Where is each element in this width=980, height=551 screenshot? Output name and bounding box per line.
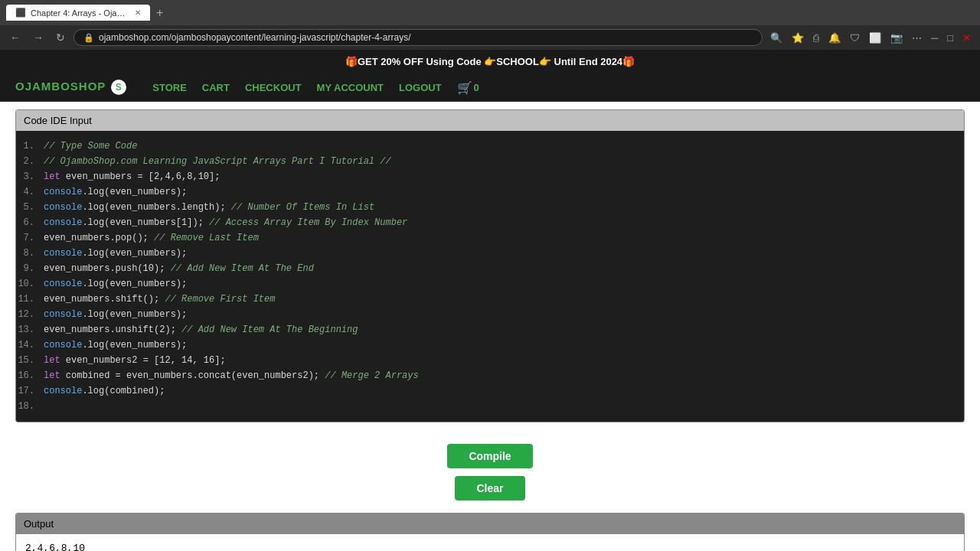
lock-icon: 🔒 <box>83 33 94 43</box>
minimize-button[interactable]: ─ <box>928 31 941 45</box>
code-ide-header: Code IDE Input <box>16 110 964 131</box>
active-tab[interactable]: ⬛ Chapter 4: Arrays - Ojambo... ✕ <box>6 5 150 21</box>
url-display: ojamboshop.com/ojamboshopaycontent/learn… <box>99 32 753 43</box>
tab-title: Chapter 4: Arrays - Ojambo... <box>31 8 130 18</box>
line-code-8: console.log(even_numbers); <box>44 246 187 260</box>
line-num-8: 8. <box>16 246 44 260</box>
line-num-2: 2. <box>16 155 44 168</box>
address-bar[interactable]: 🔒 ojamboshop.com/ojamboshopaycontent/lea… <box>74 29 763 46</box>
line-num-4: 4. <box>16 185 44 199</box>
line-code-12: console.log(even_numbers); <box>44 308 187 321</box>
line-num-10: 10. <box>16 277 44 291</box>
browser-action-buttons: 🔍 ⭐ ⎙ 🔔 🛡 ⬜ 📷 ⋯ ─ □ ✕ <box>767 31 974 45</box>
promo-bar: 🎁GET 20% OFF Using Code 👉SCHOOL👉 Until E… <box>0 50 980 73</box>
forward-button[interactable]: → <box>29 30 47 45</box>
tab-close-icon[interactable]: ✕ <box>135 8 141 17</box>
new-tab-button[interactable]: + <box>156 6 163 20</box>
line-num-5: 5. <box>16 201 44 214</box>
line-code-9: even_numbers.push(10); // Add New Item A… <box>44 262 314 276</box>
browser-tab-bar: ⬛ Chapter 4: Arrays - Ojambo... ✕ + <box>0 0 980 25</box>
line-num-15: 15. <box>16 354 44 367</box>
code-line-7: 7. even_numbers.pop(); // Remove Last It… <box>16 230 964 246</box>
output-body: 2,4,6,8,10 5 4 2,4,6,8,10 2,4,6,8,10 2,4… <box>16 534 964 551</box>
bookmark-icon[interactable]: ⭐ <box>789 31 807 45</box>
code-line-17: 17. console.log(combined); <box>16 383 964 399</box>
my-account-link[interactable]: MY ACCOUNT <box>317 82 384 93</box>
buttons-area: Compile Clear <box>15 432 965 513</box>
code-line-12: 12. console.log(even_numbers); <box>16 307 964 322</box>
code-line-18: 18. <box>16 399 964 414</box>
line-code-11: even_numbers.shift(); // Remove First It… <box>44 292 275 306</box>
line-code-7: even_numbers.pop(); // Remove Last Item <box>44 231 259 245</box>
line-num-17: 17. <box>16 384 44 398</box>
output-section: Output 2,4,6,8,10 5 4 2,4,6,8,10 2,4,6,8… <box>15 513 965 551</box>
line-code-13: even_numbers.unshift(2); // Add New Item… <box>44 323 358 337</box>
maximize-button[interactable]: □ <box>944 31 956 45</box>
checkout-link[interactable]: CHECKOUT <box>245 82 302 93</box>
line-num-14: 14. <box>16 338 44 352</box>
brand-logo[interactable]: OJAMBOSHOP S <box>15 80 126 95</box>
compile-button[interactable]: Compile <box>447 444 532 468</box>
more-icon[interactable]: ⋯ <box>909 31 925 45</box>
browser-nav-bar: ← → ↻ 🔒 ojamboshop.com/ojamboshopayconte… <box>0 25 980 50</box>
line-num-13: 13. <box>16 323 44 337</box>
line-num-12: 12. <box>16 308 44 321</box>
cart-icon-widget[interactable]: 🛒 0 <box>457 80 479 95</box>
code-line-3: 3. let even_numbers = [2,4,6,8,10]; <box>16 169 964 184</box>
code-line-1: 1. // Type Some Code <box>16 139 964 154</box>
clear-button[interactable]: Clear <box>455 476 524 500</box>
line-code-3: let even_numbers = [2,4,6,8,10]; <box>44 170 220 184</box>
line-num-1: 1. <box>16 139 44 153</box>
refresh-button[interactable]: ↻ <box>52 30 69 45</box>
code-ide-body[interactable]: 1. // Type Some Code 2. // OjamboShop.co… <box>16 131 964 422</box>
code-line-13: 13. even_numbers.unshift(2); // Add New … <box>16 322 964 337</box>
line-code-14: console.log(even_numbers); <box>44 338 187 352</box>
code-ide: Code IDE Input 1. // Type Some Code 2. /… <box>15 109 965 422</box>
cart-count: 0 <box>474 82 479 93</box>
extension-icon[interactable]: 🔔 <box>825 31 844 45</box>
navbar-links: STORE CART CHECKOUT MY ACCOUNT LOGOUT 🛒 … <box>152 80 479 95</box>
line-num-18: 18. <box>16 399 44 413</box>
line-code-4: console.log(even_numbers); <box>44 185 187 199</box>
line-num-16: 16. <box>16 369 44 383</box>
screenshot-icon[interactable]: 📷 <box>887 31 906 45</box>
share-icon[interactable]: ⎙ <box>810 31 822 45</box>
line-code-15: let even_numbers2 = [12, 14, 16]; <box>44 354 226 367</box>
line-num-3: 3. <box>16 170 44 184</box>
line-code-16: let combined = even_numbers.concat(even_… <box>44 369 419 383</box>
line-code-2: // OjamboShop.com Learning JavaScript Ar… <box>44 155 391 168</box>
navbar: OJAMBOSHOP S STORE CART CHECKOUT MY ACCO… <box>0 73 980 102</box>
code-line-16: 16. let combined = even_numbers.concat(e… <box>16 368 964 383</box>
line-num-7: 7. <box>16 231 44 245</box>
logout-link[interactable]: LOGOUT <box>399 82 442 93</box>
code-line-10: 10. console.log(even_numbers); <box>16 276 964 292</box>
back-button[interactable]: ← <box>6 30 24 45</box>
search-icon[interactable]: 🔍 <box>767 31 786 45</box>
extension2-icon[interactable]: 🛡 <box>847 31 863 45</box>
code-line-6: 6. console.log(even_numbers[1]); // Acce… <box>16 215 964 230</box>
sidebar-icon[interactable]: ⬜ <box>866 31 884 45</box>
code-line-11: 11. even_numbers.shift(); // Remove Firs… <box>16 292 964 307</box>
line-code-6: console.log(even_numbers[1]); // Access … <box>44 216 407 230</box>
cart-link[interactable]: CART <box>202 82 230 93</box>
line-code-17: console.log(combined); <box>44 384 165 398</box>
line-code-1: // Type Some Code <box>44 139 137 153</box>
code-line-4: 4. console.log(even_numbers); <box>16 184 964 200</box>
cart-symbol: 🛒 <box>457 80 472 95</box>
store-link[interactable]: STORE <box>152 82 187 93</box>
code-line-5: 5. console.log(even_numbers.length); // … <box>16 200 964 215</box>
brand-s-badge: S <box>111 80 126 95</box>
brand-text: OJAMBOSHOP <box>15 80 106 93</box>
line-num-9: 9. <box>16 262 44 276</box>
close-button[interactable]: ✕ <box>959 31 974 45</box>
output-line-1: 2,4,6,8,10 <box>25 540 955 551</box>
promo-text: 🎁GET 20% OFF Using Code 👉SCHOOL👉 Until E… <box>345 56 635 67</box>
code-line-15: 15. let even_numbers2 = [12, 14, 16]; <box>16 353 964 368</box>
output-header: Output <box>16 514 964 534</box>
code-line-9: 9. even_numbers.push(10); // Add New Ite… <box>16 261 964 276</box>
code-line-2: 2. // OjamboShop.com Learning JavaScript… <box>16 154 964 169</box>
line-num-11: 11. <box>16 292 44 306</box>
line-code-10: console.log(even_numbers); <box>44 277 187 291</box>
code-line-8: 8. console.log(even_numbers); <box>16 246 964 261</box>
line-code-5: console.log(even_numbers.length); // Num… <box>44 201 374 214</box>
